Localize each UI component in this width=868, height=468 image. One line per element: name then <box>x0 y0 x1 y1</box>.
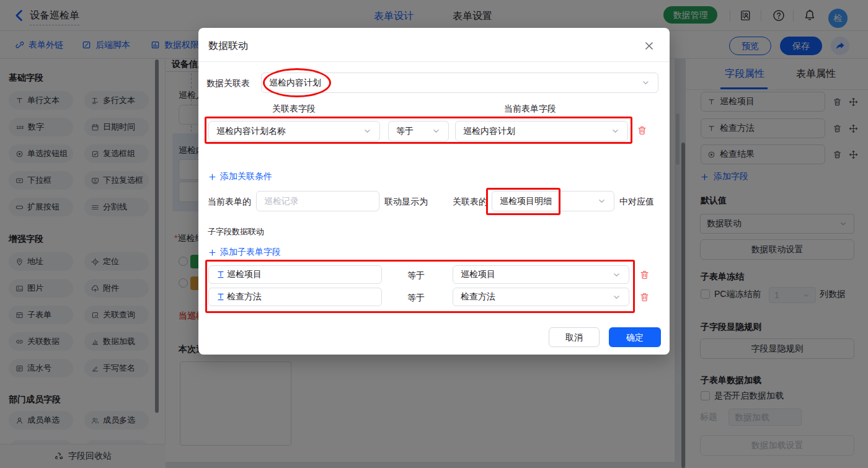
plus-icon <box>208 173 216 181</box>
related-table-label: 关联表的 <box>453 196 487 208</box>
subfield-operator: 等于 <box>407 293 425 304</box>
relation-table-label: 数据关联表 <box>206 78 250 89</box>
subfield-operator: 等于 <box>407 270 425 281</box>
delete-subfield-icon[interactable] <box>639 292 650 302</box>
subfield-value-select[interactable]: 检查方法 <box>453 288 629 306</box>
display-field-input[interactable]: 巡检记录 <box>256 191 379 211</box>
chevron-down-icon <box>363 126 372 136</box>
confirm-button[interactable]: 确定 <box>609 327 661 347</box>
subfield-name-box[interactable]: 检查方法 <box>208 288 382 306</box>
column-header-right: 当前表单字段 <box>504 104 556 115</box>
chevron-down-icon <box>597 196 606 206</box>
chevron-down-icon <box>612 293 621 302</box>
chevron-down-icon <box>432 126 441 136</box>
chevron-down-icon <box>612 270 621 280</box>
condition-operator-select[interactable]: 等于 <box>388 121 449 141</box>
close-icon[interactable] <box>644 40 655 51</box>
display-middle-label: 联动显示为 <box>384 196 428 208</box>
add-subfield-link[interactable]: 添加子表单字段 <box>208 247 281 258</box>
related-field-select[interactable]: 巡检项目明细 <box>492 191 614 211</box>
chevron-down-icon <box>611 126 620 136</box>
cancel-button[interactable]: 取消 <box>549 327 600 347</box>
column-header-left: 关联表字段 <box>272 104 316 115</box>
chevron-down-icon <box>641 78 650 87</box>
display-prefix-label: 当前表单的 <box>208 196 251 208</box>
modal-title: 数据联动 <box>208 40 248 53</box>
subfield-name-box[interactable]: 巡检项目 <box>208 265 382 284</box>
condition-left-select[interactable]: 巡检内容计划名称 <box>208 121 380 141</box>
plus-icon <box>208 249 216 257</box>
add-condition-link[interactable]: 添加关联条件 <box>208 171 272 182</box>
app-window: 设备巡检单 表单设计 表单设置 数据管理 检 表单外链 后端脚本 数据权限 预览… <box>0 0 868 468</box>
text-underline-icon <box>216 293 225 301</box>
delete-subfield-icon[interactable] <box>639 270 650 280</box>
relation-table-select[interactable]: 巡检内容计划 <box>261 73 658 93</box>
delete-condition-icon[interactable] <box>637 125 647 136</box>
divider <box>198 61 670 62</box>
text-underline-icon <box>216 270 225 279</box>
display-suffix-label: 中对应值 <box>619 196 654 208</box>
subfield-section-label: 子字段数据联动 <box>208 226 264 237</box>
condition-right-select[interactable]: 巡检内容计划 <box>455 121 628 141</box>
subfield-value-select[interactable]: 巡检项目 <box>453 265 629 284</box>
data-linkage-modal: 数据联动 数据关联表 巡检内容计划 关联表字段 当前表单字段 巡检内容计划名称 … <box>198 28 670 355</box>
